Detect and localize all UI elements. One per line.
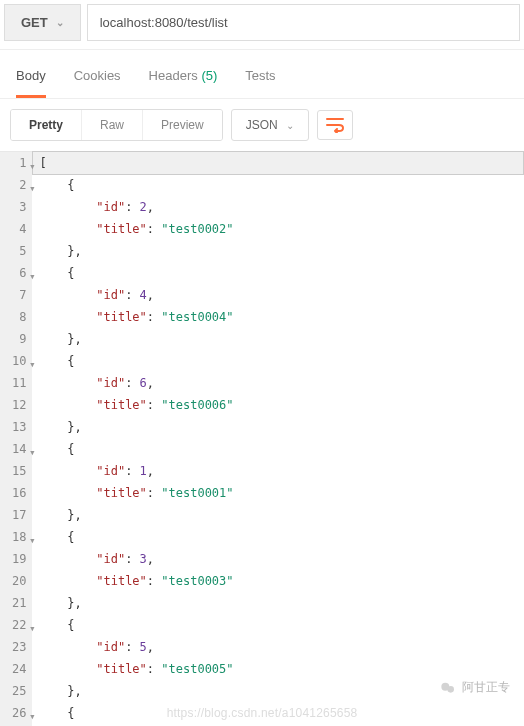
- code-line: },: [32, 328, 524, 350]
- code-line: [: [32, 151, 524, 175]
- line-number[interactable]: 24: [0, 658, 32, 680]
- format-selector[interactable]: JSON ⌄: [231, 109, 309, 141]
- view-pretty-button[interactable]: Pretty: [11, 110, 81, 140]
- code-line: "id": 1,: [32, 460, 524, 482]
- line-number[interactable]: 1: [0, 152, 32, 174]
- watermark-author: 阿甘正专: [440, 679, 510, 696]
- line-number[interactable]: 7: [0, 284, 32, 306]
- code-line: {: [32, 262, 524, 284]
- code-line: {: [32, 438, 524, 460]
- line-number[interactable]: 20: [0, 570, 32, 592]
- line-number[interactable]: 18: [0, 526, 32, 548]
- code-line: },: [32, 504, 524, 526]
- code-view[interactable]: [ { "id": 2, "title": "test0002" }, { "i…: [32, 152, 524, 726]
- code-line: "title": "test0001": [32, 482, 524, 504]
- line-number[interactable]: 17: [0, 504, 32, 526]
- code-line: "title": "test0005": [32, 658, 524, 680]
- request-bar: GET ⌄ localhost:8080/test/list: [0, 0, 524, 50]
- code-line: "title": "test0006": [32, 394, 524, 416]
- line-gutter: 1234567891011121314151617181920212223242…: [0, 152, 32, 726]
- code-line: "id": 6,: [32, 372, 524, 394]
- code-line: {: [32, 614, 524, 636]
- response-body: 1234567891011121314151617181920212223242…: [0, 151, 524, 726]
- tab-headers-count: (5): [201, 68, 217, 83]
- line-number[interactable]: 8: [0, 306, 32, 328]
- line-number[interactable]: 6: [0, 262, 32, 284]
- wechat-icon: [440, 680, 456, 696]
- line-number[interactable]: 10: [0, 350, 32, 372]
- svg-point-1: [447, 686, 454, 693]
- line-number[interactable]: 14: [0, 438, 32, 460]
- http-method-selector[interactable]: GET ⌄: [4, 4, 81, 41]
- line-number[interactable]: 13: [0, 416, 32, 438]
- line-number[interactable]: 12: [0, 394, 32, 416]
- code-line: {: [32, 174, 524, 196]
- code-line: "id": 4,: [32, 284, 524, 306]
- tab-headers-label: Headers: [149, 68, 198, 83]
- code-line: {: [32, 526, 524, 548]
- tab-tests[interactable]: Tests: [245, 68, 275, 98]
- watermark-url: https://blog.csdn.net/a1041265658: [167, 706, 358, 720]
- code-line: "id": 5,: [32, 636, 524, 658]
- line-number[interactable]: 5: [0, 240, 32, 262]
- line-number[interactable]: 3: [0, 196, 32, 218]
- response-tabs: Body Cookies Headers (5) Tests: [0, 50, 524, 99]
- code-line: {: [32, 350, 524, 372]
- format-label: JSON: [246, 118, 278, 132]
- code-line: },: [32, 416, 524, 438]
- line-number[interactable]: 2: [0, 174, 32, 196]
- line-number[interactable]: 25: [0, 680, 32, 702]
- http-method-label: GET: [21, 15, 48, 30]
- wrap-button[interactable]: [317, 110, 353, 140]
- tab-cookies[interactable]: Cookies: [74, 68, 121, 98]
- line-number[interactable]: 26: [0, 702, 32, 724]
- line-number[interactable]: 11: [0, 372, 32, 394]
- watermark-author-text: 阿甘正专: [462, 679, 510, 696]
- view-mode-group: Pretty Raw Preview: [10, 109, 223, 141]
- view-raw-button[interactable]: Raw: [81, 110, 142, 140]
- line-number[interactable]: 4: [0, 218, 32, 240]
- chevron-down-icon: ⌄: [286, 120, 294, 131]
- code-line: },: [32, 592, 524, 614]
- line-number[interactable]: 22: [0, 614, 32, 636]
- chevron-down-icon: ⌄: [56, 17, 64, 28]
- code-line: "title": "test0003": [32, 570, 524, 592]
- view-preview-button[interactable]: Preview: [142, 110, 222, 140]
- tab-tests-label: Tests: [245, 68, 275, 83]
- code-line: "id": 3,: [32, 548, 524, 570]
- view-toolbar: Pretty Raw Preview JSON ⌄: [0, 99, 524, 151]
- tab-headers[interactable]: Headers (5): [149, 68, 218, 98]
- line-number[interactable]: 19: [0, 548, 32, 570]
- code-line: },: [32, 240, 524, 262]
- url-input[interactable]: localhost:8080/test/list: [87, 4, 520, 41]
- wrap-icon: [326, 117, 344, 133]
- url-value: localhost:8080/test/list: [100, 15, 228, 30]
- line-number[interactable]: 16: [0, 482, 32, 504]
- line-number[interactable]: 21: [0, 592, 32, 614]
- code-line: "id": 2,: [32, 196, 524, 218]
- tab-body[interactable]: Body: [16, 68, 46, 98]
- code-line: "title": "test0002": [32, 218, 524, 240]
- line-number[interactable]: 9: [0, 328, 32, 350]
- line-number[interactable]: 15: [0, 460, 32, 482]
- code-line: "title": "test0004": [32, 306, 524, 328]
- tab-cookies-label: Cookies: [74, 68, 121, 83]
- line-number[interactable]: 23: [0, 636, 32, 658]
- tab-body-label: Body: [16, 68, 46, 83]
